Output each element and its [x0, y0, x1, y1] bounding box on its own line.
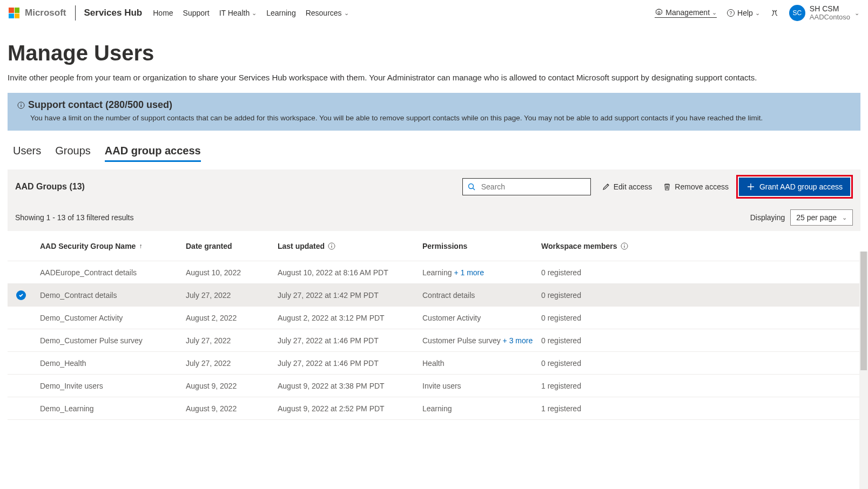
help-icon: ?: [726, 9, 735, 17]
cell-last-updated: July 27, 2022 at 1:46 PM PDT: [278, 336, 422, 345]
app-header: Microsoft Services Hub Home Support IT H…: [0, 0, 868, 26]
tab-aad-group-access[interactable]: AAD group access: [105, 145, 201, 162]
col-name[interactable]: AAD Security Group Name ↑: [40, 242, 186, 250]
table-row[interactable]: Demo_Customer ActivityAugust 2, 2022Augu…: [8, 307, 860, 329]
cell-permissions: Contract details: [422, 291, 541, 300]
gear-icon: [655, 8, 663, 17]
svg-point-5: [468, 184, 473, 189]
scrollbar-thumb[interactable]: [860, 252, 867, 370]
cell-last-updated: July 27, 2022 at 1:42 PM PDT: [278, 291, 422, 300]
microsoft-logo-icon: [9, 8, 19, 18]
cell-last-updated: August 10, 2022 at 8:16 AM PDT: [278, 268, 422, 277]
banner-title-text: Support contact (280/500 used): [28, 99, 172, 111]
tab-groups[interactable]: Groups: [55, 145, 91, 162]
results-count: Showing 1 - 13 of 13 filtered results: [15, 213, 133, 222]
results-bar: Showing 1 - 13 of 13 filtered results Di…: [8, 204, 860, 231]
cell-last-updated: July 27, 2022 at 1:46 PM PDT: [278, 359, 422, 368]
tab-users[interactable]: Users: [13, 145, 41, 162]
table-header: AAD Security Group Name ↑ Date granted L…: [8, 231, 860, 261]
cell-date-granted: August 2, 2022: [186, 314, 278, 322]
notifications-icon[interactable]: [770, 8, 779, 18]
cell-date-granted: July 27, 2022: [186, 291, 278, 300]
cell-group-name: Demo_Learning: [40, 404, 186, 413]
sort-asc-icon: ↑: [139, 242, 142, 250]
page-size-select[interactable]: 25 per page ⌄: [790, 209, 853, 226]
edit-icon: [602, 182, 610, 191]
cell-group-name: AADEurope_Contract details: [40, 268, 186, 277]
permissions-more-link[interactable]: + 1 more: [452, 268, 485, 277]
cell-group-name: Demo_Health: [40, 359, 186, 368]
cell-date-granted: July 27, 2022: [186, 336, 278, 345]
user-name: SH CSM: [810, 5, 850, 13]
nav-resources[interactable]: Resources ⌄: [306, 9, 349, 17]
chevron-down-icon: ⌄: [712, 9, 717, 16]
col-updated-label: Last updated: [278, 242, 325, 250]
cell-permissions: Health: [422, 359, 541, 368]
table-row[interactable]: Demo_Invite usersAugust 9, 2022August 9,…: [8, 375, 860, 397]
avatar: SC: [789, 5, 805, 21]
nav-management[interactable]: Management ⌄: [655, 8, 717, 18]
nav-help[interactable]: ? Help ⌄: [726, 9, 760, 17]
toolbar-title: AAD Groups (13): [15, 182, 85, 192]
table-row[interactable]: Demo_LearningAugust 9, 2022August 9, 202…: [8, 397, 860, 420]
cell-permissions: Learning: [422, 404, 541, 413]
grant-aad-group-access-button[interactable]: Grant AAD group access: [739, 178, 850, 196]
table-row[interactable]: Demo_Contract detailsJuly 27, 2022July 2…: [8, 284, 860, 307]
col-date[interactable]: Date granted: [186, 242, 278, 250]
nav-learning[interactable]: Learning: [266, 9, 296, 17]
chevron-down-icon: ⌄: [854, 10, 859, 17]
trash-icon: [663, 182, 671, 191]
remove-access-button[interactable]: Remove access: [663, 182, 729, 191]
user-menu[interactable]: SC SH CSM AADContoso ⌄: [789, 5, 859, 21]
divider: [75, 5, 76, 21]
table-row[interactable]: AADEurope_Contract detailsAugust 10, 202…: [8, 261, 860, 284]
cell-members: 1 registered: [541, 382, 853, 390]
svg-rect-9: [332, 244, 332, 244]
edit-access-button[interactable]: Edit access: [602, 182, 652, 191]
col-members[interactable]: Workspace members: [541, 242, 853, 250]
cell-group-name: Demo_Customer Activity: [40, 314, 186, 322]
cell-last-updated: August 9, 2022 at 2:52 PM PDT: [278, 404, 422, 413]
cell-date-granted: August 10, 2022: [186, 268, 278, 277]
col-updated[interactable]: Last updated: [278, 242, 422, 250]
cell-date-granted: July 27, 2022: [186, 359, 278, 368]
banner-subtext: You have a limit on the number of suppor…: [30, 114, 851, 122]
nav-it-health[interactable]: IT Health ⌄: [219, 9, 257, 17]
nav-home[interactable]: Home: [153, 9, 173, 17]
app-name[interactable]: Services Hub: [84, 8, 143, 18]
displaying-label: Displaying: [750, 213, 785, 222]
grant-access-highlight: Grant AAD group access: [736, 175, 853, 199]
cell-last-updated: August 2, 2022 at 3:12 PM PDT: [278, 314, 422, 322]
user-text: SH CSM AADContoso: [810, 5, 850, 21]
svg-rect-4: [21, 103, 21, 104]
page-subtitle: Invite other people from your team or or…: [8, 73, 860, 82]
col-name-label: AAD Security Group Name: [40, 242, 136, 250]
secondary-nav: Management ⌄ ? Help ⌄ SC SH CSM AADConto…: [655, 5, 859, 21]
cell-permissions: Learning + 1 more: [422, 268, 541, 277]
search-field[interactable]: [480, 182, 586, 192]
nav-support[interactable]: Support: [183, 9, 210, 17]
cell-permissions: Customer Pulse survey + 3 more: [422, 336, 541, 345]
scrollbar[interactable]: [859, 252, 868, 420]
grant-access-label: Grant AAD group access: [759, 182, 843, 191]
col-permissions[interactable]: Permissions: [422, 242, 541, 250]
svg-line-6: [473, 188, 475, 191]
cell-members: 0 registered: [541, 359, 853, 368]
table-row[interactable]: Demo_Customer Pulse surveyJuly 27, 2022J…: [8, 329, 860, 352]
tab-strip: Users Groups AAD group access: [8, 145, 860, 162]
cell-group-name: Demo_Invite users: [40, 382, 186, 390]
nav-resources-label: Resources: [306, 9, 342, 17]
svg-rect-12: [624, 244, 624, 244]
svg-rect-8: [332, 246, 332, 248]
svg-text:?: ?: [730, 10, 732, 16]
svg-rect-3: [21, 105, 21, 107]
edit-access-label: Edit access: [614, 182, 652, 191]
table-row[interactable]: Demo_HealthJuly 27, 2022July 27, 2022 at…: [8, 352, 860, 375]
remove-access-label: Remove access: [675, 182, 729, 191]
toolbar: AAD Groups (13) Edit access Remove acces…: [8, 169, 860, 204]
permissions-more-link[interactable]: + 3 more: [501, 336, 533, 345]
search-input[interactable]: [462, 178, 591, 195]
info-banner: Support contact (280/500 used) You have …: [8, 93, 860, 131]
microsoft-logo[interactable]: Microsoft: [9, 8, 66, 18]
cell-permissions: Customer Activity: [422, 314, 541, 322]
